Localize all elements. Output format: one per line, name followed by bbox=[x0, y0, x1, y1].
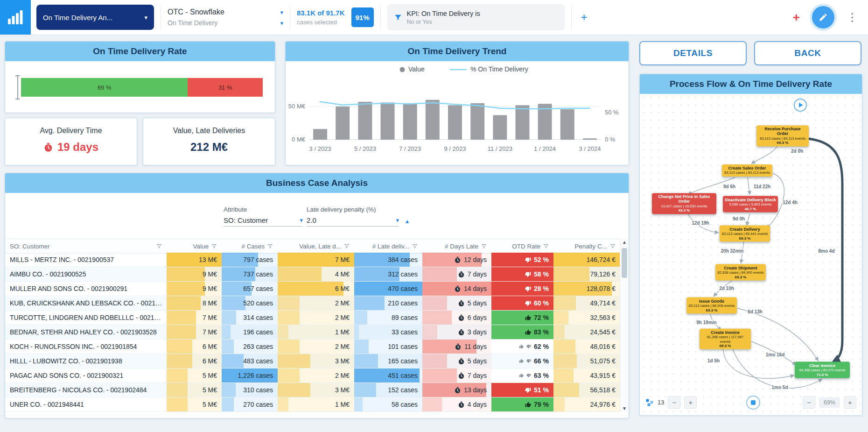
column-header-late_deliveries[interactable]: # Late deliv... bbox=[354, 239, 422, 253]
table-row[interactable]: TURCOTTE, LINDGREN AND ROBELLLC - 00219.… bbox=[5, 311, 620, 325]
otd-trend-card: On Time Delivery Trend Value% On Time De… bbox=[285, 41, 629, 165]
clock-icon bbox=[458, 358, 465, 365]
trend-chart[interactable]: Value% On Time Delivery50 M€0 M€50 %0 %3… bbox=[286, 61, 629, 165]
column-header-late_value[interactable]: Value, Late d... bbox=[278, 239, 354, 253]
add-filter-button[interactable]: + bbox=[578, 10, 590, 24]
cell-otd-rate: 66 % bbox=[491, 354, 553, 368]
filter-funnel-icon[interactable] bbox=[610, 243, 616, 249]
play-animation-button[interactable] bbox=[794, 99, 807, 112]
more-options-button[interactable]: ⋮ bbox=[844, 10, 861, 24]
back-button[interactable]: BACK bbox=[754, 41, 861, 65]
thumbs-up-icon bbox=[525, 329, 531, 335]
column-header-customer[interactable]: SO: Customer bbox=[5, 239, 167, 253]
column-header-cases[interactable]: # Cases bbox=[222, 239, 278, 253]
penalty-input[interactable]: 2.0 ▾ bbox=[307, 216, 399, 227]
scrollbar-thumb[interactable] bbox=[622, 248, 627, 278]
table-row[interactable]: UNER CO. - 00219484415 M€270 cases1 M€58… bbox=[5, 397, 620, 412]
flow-node[interactable]: Receive Purchase Order83,113 cases | 83,… bbox=[756, 125, 809, 146]
flow-node[interactable]: Create Sales Order83,113 cases | 83,113 … bbox=[722, 164, 772, 177]
table-row[interactable]: BEDNAR, STEHR AND HALEY CO. - 0021903528… bbox=[5, 325, 620, 340]
filter-funnel-icon[interactable] bbox=[267, 243, 273, 249]
process-model-icon[interactable] bbox=[645, 398, 654, 407]
flow-node[interactable]: Issue Goods83,113 cases | 86,006 events6… bbox=[686, 297, 737, 314]
cell-penalty: 51,075 € bbox=[553, 354, 620, 368]
svg-text:20h 32min: 20h 32min bbox=[721, 248, 744, 254]
zoom-out-button[interactable]: − bbox=[803, 396, 815, 409]
scroll-up-icon[interactable]: ▲ bbox=[620, 240, 629, 245]
filter-funnel-icon[interactable] bbox=[211, 243, 217, 249]
clock-icon bbox=[458, 271, 465, 278]
cell-cases: 310 cases bbox=[222, 383, 278, 397]
clock-icon bbox=[454, 387, 461, 394]
cell-otd-rate: 79 % bbox=[491, 397, 553, 411]
cell-late-value: 3 M€ bbox=[278, 354, 354, 368]
table-scrollbar[interactable]: ▲ ▼ bbox=[620, 239, 629, 412]
filter-funnel-icon[interactable] bbox=[412, 243, 418, 249]
table-row[interactable]: PAGAC AND SONS CO. - 00219003215 M€1,226… bbox=[5, 368, 620, 383]
cell-value: 6 M€ bbox=[167, 354, 222, 368]
cell-late-deliveries: 101 cases bbox=[354, 340, 422, 354]
flow-node[interactable]: Create Shipment82,838 cases | 84,900 eve… bbox=[715, 264, 766, 281]
attribute-control: Attribute SO: Customer ▾ bbox=[224, 206, 303, 227]
pencil-icon bbox=[819, 13, 828, 22]
svg-text:50 %: 50 % bbox=[605, 109, 619, 116]
data-model-selector[interactable]: OTC - Snowflake▾ On Time Delivery▾ bbox=[168, 8, 283, 27]
flow-node[interactable]: Clear Invoice64,358 cases | 82,470 event… bbox=[795, 362, 850, 378]
cell-late-value: 1 M€ bbox=[278, 397, 354, 411]
thumbs-down-icon bbox=[525, 286, 531, 292]
edit-button[interactable] bbox=[812, 6, 834, 28]
column-header-otd[interactable]: OTD Rate bbox=[491, 239, 553, 253]
filter-funnel-icon[interactable] bbox=[344, 243, 350, 249]
remove-activity-button[interactable]: − bbox=[668, 396, 680, 409]
cell-late-value: 7 M€ bbox=[278, 253, 354, 267]
table-row[interactable]: MULLER AND SONS CO. - 00219002919 M€657 … bbox=[5, 282, 620, 296]
filter-funnel-icon[interactable] bbox=[156, 243, 162, 249]
flow-node[interactable]: Create Invoice81,398 cases | 117,987 eve… bbox=[700, 329, 751, 349]
filter-funnel-icon[interactable] bbox=[481, 243, 487, 249]
table-row[interactable]: HILLL - LUBOWITZ CO. - 00219019386 M€483… bbox=[5, 354, 620, 368]
svg-text:% On Time Delivery: % On Time Delivery bbox=[470, 65, 528, 73]
cell-customer: MILLS - MERTZ INC. - 0021900537 bbox=[5, 253, 167, 267]
details-button[interactable]: DETAILS bbox=[639, 41, 747, 65]
dashboard-selector[interactable]: On Time Delivery An... ▾ bbox=[36, 5, 154, 30]
table-row[interactable]: MILLS - MERTZ INC. - 002190053713 M€797 … bbox=[5, 253, 620, 267]
table-row[interactable]: AIMBU CO. - 00219005259 M€737 cases4 M€3… bbox=[5, 267, 620, 282]
zoom-in-button[interactable]: + bbox=[844, 396, 856, 409]
gauge-on-time-segment[interactable]: 69 % bbox=[21, 78, 188, 97]
column-header-days_late[interactable]: # Days Late bbox=[422, 239, 491, 253]
process-flow-canvas[interactable]: 2d 0h9d 6h11d 22h12d 4h12d 19h9d 0h20h 3… bbox=[640, 94, 862, 415]
collapse-controls-icon[interactable]: ▴ bbox=[406, 217, 409, 225]
cell-late-deliveries: 165 cases bbox=[354, 354, 422, 368]
dashboard-name: On Time Delivery An... bbox=[43, 14, 112, 21]
add-activity-button[interactable]: + bbox=[684, 396, 697, 409]
table-row[interactable]: KUB, CRUICKSHANK AND LEBSACK CO. - 00219… bbox=[5, 296, 620, 311]
svg-text:12d 19h: 12d 19h bbox=[692, 220, 709, 226]
cell-cases: 797 cases bbox=[222, 253, 278, 267]
cell-customer: KUB, CRUICKSHANK AND LEBSACK CO. - 00219… bbox=[5, 296, 167, 310]
cell-late-value: 4 M€ bbox=[278, 267, 354, 281]
cell-late-deliveries: 58 cases bbox=[354, 397, 422, 411]
flow-node[interactable]: Create Delivery83,113 cases | 85,441 eve… bbox=[720, 226, 770, 242]
filter-funnel-icon[interactable] bbox=[543, 243, 549, 249]
table-row[interactable]: KOCH - RUNOLFSSON INC. - 00219018546 M€2… bbox=[5, 340, 620, 354]
cell-customer: BEDNAR, STEHR AND HALEY CO. - 0021903528 bbox=[5, 325, 167, 339]
cell-days-late: 7 days bbox=[422, 267, 491, 281]
table-row[interactable]: BREITENBERG - NICOLAS CO. - 00219024845 … bbox=[5, 383, 620, 397]
kpi-filter-chip[interactable]: KPI: On Time Delivery is No or Yes bbox=[387, 4, 565, 30]
scroll-down-icon[interactable]: ▼ bbox=[620, 406, 629, 411]
flow-node[interactable]: Change Net Price in Sales Order13,427 ca… bbox=[652, 193, 716, 214]
clock-icon bbox=[43, 142, 53, 152]
avg-delivery-card: Avg. Delivery Time 19 days bbox=[5, 118, 137, 165]
flow-activity-controls: 13 − + bbox=[645, 396, 697, 409]
zoom-level: 69% bbox=[819, 397, 840, 408]
column-header-penalty[interactable]: Penalty C... bbox=[553, 239, 620, 253]
app-logo-icon[interactable] bbox=[0, 0, 31, 35]
column-header-value[interactable]: Value bbox=[167, 239, 222, 253]
divider bbox=[161, 5, 161, 29]
add-component-button[interactable]: + bbox=[790, 10, 803, 25]
flow-node[interactable]: Deactivate Delivery Block5,066 cases | 5… bbox=[723, 196, 778, 212]
stop-animation-button[interactable] bbox=[746, 396, 760, 410]
attribute-select[interactable]: SO: Customer ▾ bbox=[224, 216, 303, 227]
cell-customer: MULLER AND SONS CO. - 0021900291 bbox=[5, 282, 167, 296]
gauge-late-segment[interactable]: 31 % bbox=[188, 78, 263, 97]
